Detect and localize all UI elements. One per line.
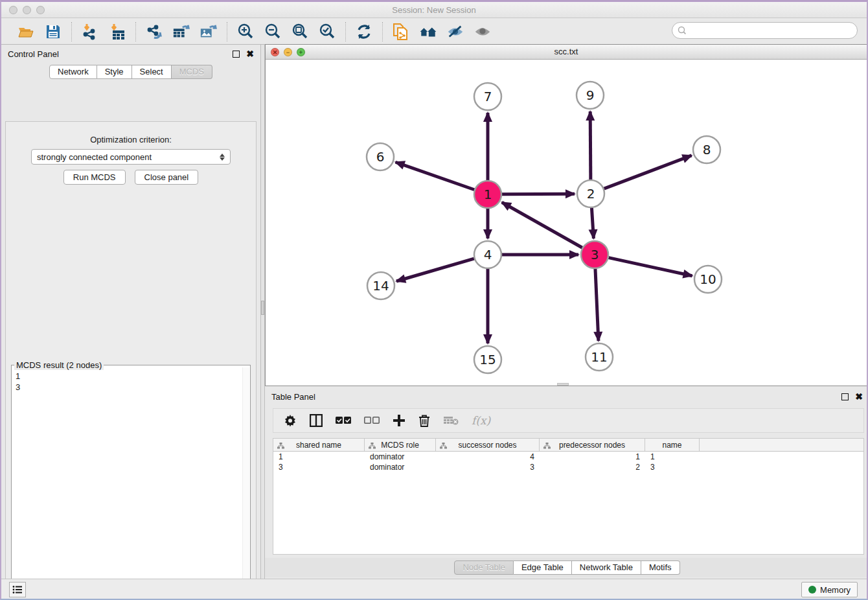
tab-network[interactable]: Network [49,65,97,79]
show-all-icon[interactable] [474,23,492,41]
network-canvas[interactable]: 7968124314101511 [266,60,867,386]
run-mcds-button[interactable]: Run MCDS [63,170,126,185]
tab-motifs[interactable]: Motifs [641,560,680,575]
column-header-predecessor-nodes[interactable]: predecessor nodes [540,439,645,451]
app-title: Session: New Session [1,2,867,18]
save-session-icon[interactable] [44,23,62,41]
column-header-successor-nodes[interactable]: successor nodes [436,439,540,451]
table-options-icon[interactable] [284,414,297,427]
tab-edge-table[interactable]: Edge Table [514,560,572,575]
add-column-icon[interactable] [393,414,405,427]
network-window-title: scc.txt [266,45,867,59]
memory-status-icon [808,586,816,594]
node-label-11: 11 [591,349,607,365]
tab-node-table[interactable]: Node Table [454,560,514,575]
import-table-icon[interactable] [108,23,126,41]
unselect-all-columns-icon[interactable] [364,416,380,425]
edge-1-6[interactable] [396,162,475,189]
zoom-in-icon[interactable] [236,23,255,41]
close-panel-button[interactable]: Close panel [135,170,199,185]
status-bar: Memory [1,579,867,600]
memory-button[interactable]: Memory [801,582,858,597]
search-field[interactable] [672,22,858,39]
close-panel-icon[interactable]: ✖ [246,51,254,58]
table-cell[interactable]: 1 [645,452,700,462]
node-label-8: 8 [703,142,711,157]
first-neighbors-icon[interactable] [419,23,437,41]
network-minimize-button[interactable]: − [284,48,292,56]
zoom-fit-icon[interactable] [291,23,309,41]
column-label: successor nodes [458,441,516,450]
control-panel-title: Control Panel [8,49,59,59]
result-scrollbar[interactable] [242,367,249,600]
minimize-window-button[interactable] [23,6,31,14]
network-window-titlebar[interactable]: ✕ − + scc.txt [266,45,867,60]
task-history-button[interactable] [9,582,26,597]
float-table-panel-icon[interactable] [841,393,849,400]
memory-label: Memory [820,585,851,595]
table-row[interactable]: 3dominator323 [273,462,863,472]
close-window-button[interactable] [9,6,17,14]
column-header-MCDS-role[interactable]: MCDS role [365,439,436,451]
tab-style[interactable]: Style [97,65,132,79]
float-panel-icon[interactable] [233,51,240,58]
table-panel-title: Table Panel [271,392,315,402]
show-columns-icon[interactable] [310,414,323,427]
node-label-10: 10 [700,271,716,287]
export-network-icon[interactable] [145,23,163,41]
hierarchy-icon [440,442,447,451]
column-header-name[interactable]: name [645,439,700,451]
export-image-icon[interactable] [200,23,218,41]
table-cell[interactable]: 3 [645,462,700,472]
panel-splitter[interactable] [260,45,265,579]
mcds-result-box: MCDS result (2 nodes) 1 3 [11,365,251,600]
zoom-out-icon[interactable] [264,23,282,41]
table-cell[interactable]: dominator [365,462,436,472]
splitter-grip[interactable] [261,301,264,315]
table-cell[interactable]: dominator [365,452,436,462]
function-builder-icon[interactable]: f(x) [472,414,490,427]
node-label-2: 2 [587,186,595,202]
tab-network-table[interactable]: Network Table [572,560,641,575]
zoom-window-button[interactable] [36,6,45,14]
export-table-icon[interactable] [172,23,190,41]
edge-2-8[interactable] [604,156,692,189]
table-cell[interactable]: 1 [273,452,365,462]
tab-select[interactable]: Select [132,65,172,79]
delete-table-icon[interactable] [443,415,459,426]
table-cell[interactable]: 4 [436,452,540,462]
column-header-shared-name[interactable]: shared name [273,439,365,451]
window-controls[interactable] [9,6,45,14]
table-cell[interactable]: 3 [273,462,365,472]
edge-2-9[interactable] [590,111,591,179]
open-file-icon[interactable] [17,23,35,41]
hide-selected-icon[interactable] [446,23,464,41]
optimization-criterion-select[interactable]: strongly connected component [31,149,231,165]
edge-3-11[interactable] [595,269,599,341]
dropdown-value: strongly connected component [37,152,152,162]
import-network-icon[interactable] [81,23,99,41]
table-panel: Table Panel ✖ f(x) shared nameMCDS rol [265,387,868,577]
edge-1-2[interactable] [502,194,575,194]
refresh-layout-icon[interactable] [355,23,373,41]
edge-2-3[interactable] [591,208,593,238]
delete-columns-icon[interactable] [418,414,430,427]
network-close-button[interactable]: ✕ [271,48,279,56]
canvas-scroll-grip[interactable] [557,383,569,386]
node-table[interactable]: shared nameMCDS rolesuccessor nodesprede… [273,438,864,555]
network-maximize-button[interactable]: + [297,48,305,56]
edge-3-10[interactable] [608,258,692,276]
table-cell[interactable]: 3 [436,462,540,472]
network-graph[interactable]: 7968124314101511 [266,60,867,386]
edge-4-14[interactable] [396,259,474,281]
close-table-panel-icon[interactable]: ✖ [855,393,863,400]
table-row[interactable]: 1dominator411 [273,452,863,462]
table-cell[interactable]: 2 [540,462,645,472]
clone-network-icon[interactable] [392,23,410,41]
zoom-selected-icon[interactable] [318,23,336,41]
table-cell[interactable]: 1 [540,452,645,462]
search-input[interactable] [689,26,857,36]
tab-mcds[interactable]: MCDS [172,65,212,79]
select-all-columns-icon[interactable] [336,416,351,425]
edge-3-1[interactable] [502,202,582,248]
